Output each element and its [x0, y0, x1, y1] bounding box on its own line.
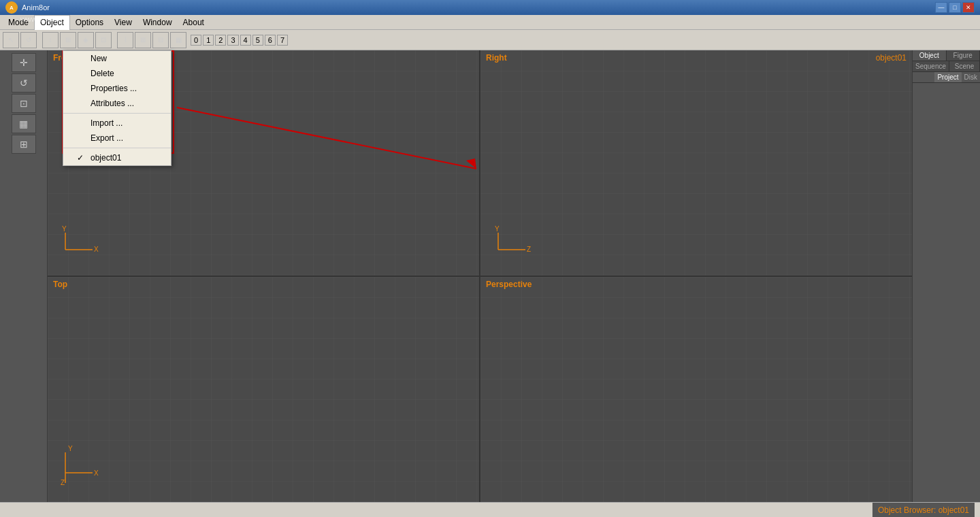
toolbar-num-5[interactable]: 5 [252, 35, 263, 46]
svg-text:Y: Y [62, 226, 67, 233]
sidebar-select-btn[interactable]: ▦ [12, 114, 36, 133]
menu-item-new[interactable]: New [63, 51, 171, 66]
tab-sequence[interactable]: Sequence [913, 61, 949, 71]
toolbar-num-1[interactable]: 1 [203, 35, 214, 46]
viewport-right[interactable]: Right object01 Y Z [480, 50, 912, 276]
menu-object[interactable]: Object [34, 15, 70, 30]
grid-perspective [480, 277, 912, 502]
object-browser-status: Object Browser: object01 [872, 503, 975, 518]
new-label: New [91, 54, 107, 63]
menu-item-attributes[interactable]: Attributes ... [63, 96, 171, 111]
toolbar-btn-5[interactable]: ◈ [78, 32, 94, 48]
svg-text:Z: Z [61, 479, 65, 486]
tab-project[interactable]: Project [934, 72, 961, 82]
toolbar-num-2[interactable]: 2 [215, 35, 226, 46]
title-bar: A Anim8or — □ ✕ [0, 0, 980, 15]
menu-separator-2 [63, 148, 171, 148]
menu-item-delete[interactable]: Delete [63, 66, 171, 81]
axis-top-svg: Y X Z [59, 446, 106, 486]
toolbar-btn-8[interactable]: ⊞ [135, 32, 151, 48]
toolbar-btn-10[interactable]: ▦ [170, 32, 186, 48]
tab-figure[interactable]: Figure [947, 50, 981, 61]
menu-bar: Mode Object Options View Window About [0, 15, 980, 30]
right-panel: Object Figure Sequence Scene Project Dis… [912, 50, 980, 502]
attrs-label: Attributes ... [91, 99, 134, 108]
viewport-perspective[interactable]: Perspective [480, 277, 912, 502]
delete-label: Delete [91, 69, 114, 78]
minimize-button[interactable]: — [935, 2, 947, 13]
axis-front-svg: Y X [59, 226, 99, 260]
window-controls[interactable]: — □ ✕ [935, 2, 975, 13]
tab-disk[interactable]: Disk [962, 72, 980, 82]
menu-item-properties[interactable]: Properties ... [63, 81, 171, 96]
object-dropdown-menu: New Delete Properties ... Attributes ...… [63, 50, 172, 166]
viewport-top[interactable]: Top Y X Z [48, 277, 479, 502]
left-sidebar: ✛ ↺ ⊡ ▦ ⊞ [0, 50, 48, 502]
svg-text:Y: Y [495, 226, 500, 233]
axis-top: Y X Z [59, 446, 106, 488]
svg-text:Y: Y [68, 446, 73, 452]
toolbar-btn-4[interactable]: ⊞ [60, 32, 76, 48]
axis-right-svg: Y Z [491, 226, 532, 260]
right-tabs: Object Figure [913, 50, 980, 61]
grid-right [480, 50, 912, 276]
viewport-area: Front Y X Right [48, 50, 912, 502]
sidebar-scale-btn[interactable]: ⊡ [12, 94, 36, 113]
viewport-right-obj: object01 [876, 53, 906, 63]
grid-top [48, 277, 479, 502]
axis-right: Y Z [491, 226, 532, 262]
export-label: Export ... [91, 133, 123, 143]
toolbar-num-7[interactable]: 7 [277, 35, 288, 46]
toolbar-btn-1[interactable]: ↖ [3, 32, 19, 48]
sidebar-rotate-btn[interactable]: ↺ [12, 73, 36, 93]
svg-text:X: X [94, 469, 99, 477]
sidebar-extra-btn[interactable]: ⊞ [12, 135, 36, 154]
viewport-perspective-label: Perspective [486, 280, 532, 289]
menu-about[interactable]: About [178, 15, 210, 30]
toolbar: ↖ ↺ ↕ ⊞ ◈ ⊡ ⌇ ⊞ ⊟ ▦ 0 1 2 3 4 5 6 7 [0, 30, 980, 50]
app-title: Anim8or [22, 3, 935, 12]
sidebar-move-btn[interactable]: ✛ [12, 53, 36, 72]
menu-options[interactable]: Options [70, 15, 109, 30]
menu-item-object01[interactable]: ✓ object01 [63, 150, 171, 165]
toolbar-num-0[interactable]: 0 [191, 35, 201, 46]
object01-label: object01 [91, 153, 121, 163]
menu-item-import[interactable]: Import ... [63, 116, 171, 131]
menu-view[interactable]: View [109, 15, 137, 30]
close-button[interactable]: ✕ [962, 2, 975, 13]
menu-window[interactable]: Window [137, 15, 178, 30]
svg-text:X: X [94, 246, 99, 253]
viewport-top-label: Top [53, 280, 67, 289]
svg-text:Z: Z [527, 246, 531, 253]
axis-front: Y X [59, 226, 99, 262]
toolbar-num-3[interactable]: 3 [227, 35, 238, 46]
toolbar-btn-3[interactable]: ↕ [42, 32, 59, 48]
toolbar-num-6[interactable]: 6 [265, 35, 276, 46]
tab-scene[interactable]: Scene [949, 61, 980, 71]
viewport-right-label: Right [486, 53, 507, 63]
toolbar-btn-6[interactable]: ⊡ [95, 32, 112, 48]
maximize-button[interactable]: □ [949, 2, 961, 13]
menu-item-export[interactable]: Export ... [63, 131, 171, 146]
toolbar-btn-7[interactable]: ⌇ [117, 32, 133, 48]
toolbar-num-4[interactable]: 4 [240, 35, 251, 46]
toolbar-num-group: 0 1 2 3 4 5 6 7 [191, 35, 288, 46]
toolbar-btn-2[interactable]: ↺ [20, 32, 37, 48]
menu-mode[interactable]: Mode [3, 15, 34, 30]
menu-separator-1 [63, 113, 171, 114]
import-label: Import ... [91, 118, 122, 128]
svg-rect-17 [480, 277, 912, 502]
app-logo: A [5, 1, 18, 14]
object01-check: ✓ [77, 153, 86, 163]
tab-object[interactable]: Object [913, 50, 947, 61]
props-label: Properties ... [91, 84, 137, 93]
svg-rect-10 [48, 277, 479, 502]
svg-rect-5 [480, 50, 912, 276]
status-bar: Object Browser: object01 [0, 502, 980, 517]
toolbar-btn-9[interactable]: ⊟ [152, 32, 169, 48]
